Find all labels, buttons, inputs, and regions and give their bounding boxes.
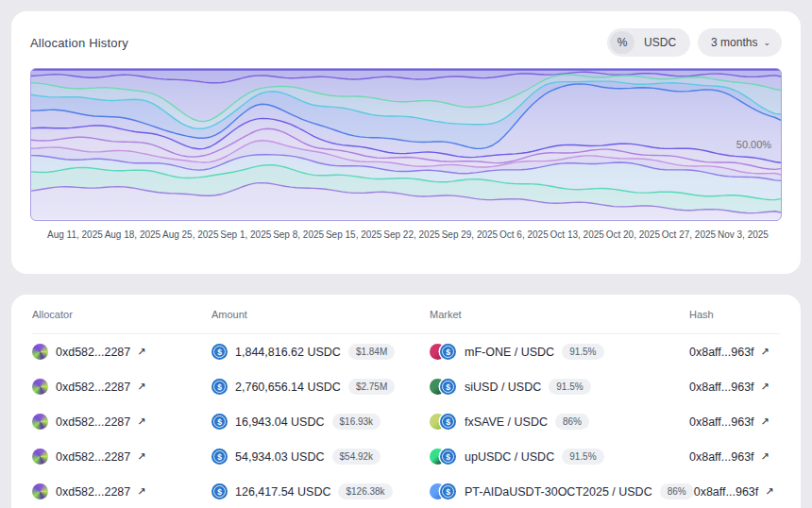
table-row: 0xd582...2287↗$16,943.04 USDC$16.93k$fxS…	[32, 404, 780, 439]
table-row: 0xd582...2287↗$126,417.54 USDC$126.38k$P…	[32, 474, 780, 508]
external-link-icon[interactable]: ↗	[761, 381, 770, 393]
usdc-ring	[442, 485, 454, 498]
market-name: upUSDC / USDC	[465, 450, 554, 464]
market-cell[interactable]: $upUSDC / USDC91.5%	[430, 449, 689, 465]
usdc-icon: $	[440, 379, 456, 395]
amount-usd-badge: $54.92k	[332, 449, 381, 465]
amount-cell: $2,760,656.14 USDC$2.75M	[211, 379, 430, 395]
external-link-icon[interactable]: ↗	[137, 346, 145, 358]
column-header-market: Market	[430, 309, 689, 320]
hash-value: 0x8aff...963f	[689, 346, 754, 359]
table-header-row: Allocator Amount Market Hash	[32, 295, 780, 334]
amount-value: 54,934.03 USDC	[235, 450, 325, 464]
table-row: 0xd582...2287↗$1,844,816.62 USDC$1.84M$m…	[32, 334, 780, 369]
market-cell[interactable]: $PT-AIDaUSDT-30OCT2025 / USDC86%	[430, 483, 694, 500]
market-name: PT-AIDaUSDT-30OCT2025 / USDC	[465, 485, 652, 499]
hash-value: 0x8aff...963f	[689, 381, 754, 394]
amount-cell: $1,844,816.62 USDC$1.84M	[211, 344, 430, 360]
table-row: 0xd582...2287↗$2,760,656.14 USDC$2.75M$s…	[32, 369, 780, 404]
allocation-history-card: Allocation History % USDC 3 months ⌄ 50.…	[11, 11, 801, 274]
unit-toggle-usdc[interactable]: USDC	[634, 36, 687, 49]
allocator-cell[interactable]: 0xd582...2287↗	[32, 483, 211, 500]
percent-icon: %	[617, 36, 628, 49]
amount-usd-badge: $2.75M	[348, 379, 395, 395]
range-dropdown[interactable]: 3 months ⌄	[698, 28, 782, 57]
x-axis-tick-label: Aug 25, 2025	[162, 229, 219, 240]
allocator-cell[interactable]: 0xd582...2287↗	[32, 344, 211, 360]
allocator-address: 0xd582...2287	[56, 381, 130, 394]
usdc-icon: $	[440, 414, 456, 430]
external-link-icon[interactable]: ↗	[761, 346, 770, 358]
allocator-cell[interactable]: 0xd582...2287↗	[32, 414, 211, 430]
x-axis-tick-label: Nov 3, 2025	[718, 229, 769, 240]
amount-usd-badge: $1.84M	[348, 344, 395, 360]
allocator-avatar	[32, 379, 48, 395]
usdc-icon: $	[211, 414, 228, 430]
hash-cell[interactable]: 0x8aff...963f↗	[689, 450, 780, 464]
market-name: siUSD / USDC	[465, 381, 541, 394]
x-axis-tick-label: Sep 8, 2025	[273, 229, 324, 240]
allocation-stream-chart[interactable]: 50.00%	[30, 68, 782, 221]
column-header-allocator: Allocator	[32, 309, 211, 320]
external-link-icon[interactable]: ↗	[761, 450, 770, 463]
amount-cell: $16,943.04 USDC$16.93k	[211, 414, 430, 430]
hash-cell[interactable]: 0x8aff...963f↗	[689, 346, 780, 359]
usdc-ring	[442, 415, 454, 428]
hash-cell[interactable]: 0x8aff...963f↗	[694, 485, 785, 499]
hash-value: 0x8aff...963f	[689, 450, 754, 464]
market-pair-icons: $	[430, 344, 456, 360]
market-cell[interactable]: $siUSD / USDC91.5%	[430, 379, 689, 395]
allocator-address: 0xd582...2287	[56, 450, 130, 464]
market-cell[interactable]: $mF-ONE / USDC91.5%	[430, 344, 689, 360]
usdc-ring	[213, 485, 226, 498]
market-pair-icons: $	[430, 449, 456, 465]
amount-value: 16,943.04 USDC	[235, 415, 325, 429]
market-percent-badge: 91.5%	[562, 344, 603, 360]
x-axis-tick-label: Oct 20, 2025	[606, 229, 660, 240]
market-percent-badge: 86%	[555, 414, 589, 430]
table-row: 0xd582...2287↗$54,934.03 USDC$54.92k$upU…	[32, 439, 780, 474]
amount-cell: $54,934.03 USDC$54.92k	[211, 449, 430, 465]
usdc-icon: $	[440, 483, 456, 500]
midline-label: 50.00%	[736, 139, 771, 150]
unit-toggle-percent[interactable]: %	[610, 31, 634, 54]
allocator-cell[interactable]: 0xd582...2287↗	[32, 379, 211, 395]
market-percent-badge: 91.5%	[549, 379, 590, 395]
x-axis-tick-label: Sep 29, 2025	[442, 229, 499, 240]
market-cell[interactable]: $fxSAVE / USDC86%	[430, 414, 689, 430]
usdc-icon: $	[211, 449, 228, 465]
usdc-icon: $	[440, 449, 456, 465]
allocator-address: 0xd582...2287	[56, 346, 130, 359]
x-axis-tick-label: Sep 15, 2025	[326, 229, 382, 240]
amount-cell: $126,417.54 USDC$126.38k	[211, 483, 430, 500]
chart-controls: % USDC 3 months ⌄	[607, 28, 782, 57]
external-link-icon[interactable]: ↗	[137, 415, 145, 428]
external-link-icon[interactable]: ↗	[137, 485, 145, 498]
usdc-icon: $	[211, 483, 228, 500]
external-link-icon[interactable]: ↗	[137, 450, 145, 463]
x-axis-tick-label: Sep 1, 2025	[220, 229, 271, 240]
table-body: 0xd582...2287↗$1,844,816.62 USDC$1.84M$m…	[32, 334, 780, 508]
external-link-icon[interactable]: ↗	[761, 415, 770, 428]
x-axis-tick-label: Sep 22, 2025	[383, 229, 440, 240]
column-header-hash: Hash	[689, 309, 780, 320]
chevron-down-icon: ⌄	[763, 38, 770, 47]
external-link-icon[interactable]: ↗	[137, 381, 145, 393]
usdc-icon: $	[440, 344, 456, 360]
external-link-icon[interactable]: ↗	[765, 485, 773, 498]
usdc-icon: $	[211, 379, 228, 395]
stream-chart-svg: 50.00%	[31, 69, 781, 220]
usdc-ring	[442, 450, 454, 463]
allocator-avatar	[32, 344, 48, 360]
hash-cell[interactable]: 0x8aff...963f↗	[689, 381, 780, 394]
chart-title: Allocation History	[30, 36, 128, 50]
unit-toggle[interactable]: % USDC	[607, 28, 690, 57]
chart-header: Allocation History % USDC 3 months ⌄	[30, 28, 782, 57]
allocator-cell[interactable]: 0xd582...2287↗	[32, 449, 211, 465]
allocator-avatar	[32, 483, 48, 500]
market-percent-badge: 86%	[660, 483, 694, 500]
amount-usd-badge: $126.38k	[338, 483, 392, 500]
usdc-ring	[213, 415, 226, 428]
x-axis-tick-label: Oct 27, 2025	[662, 229, 716, 240]
hash-cell[interactable]: 0x8aff...963f↗	[689, 415, 780, 429]
